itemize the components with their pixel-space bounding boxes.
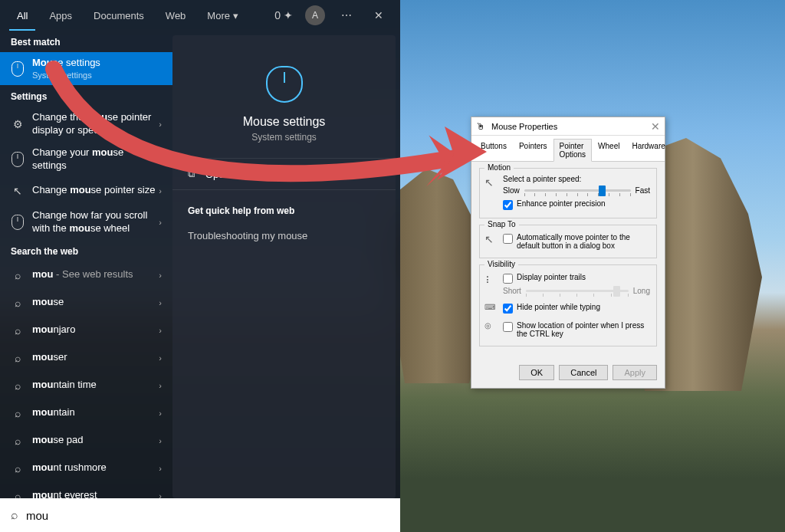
mouse-icon xyxy=(11,61,25,77)
cancel-button[interactable]: Cancel xyxy=(559,365,608,380)
search-web-header: Search the web xyxy=(0,240,172,261)
pointer-trails-checkbox[interactable] xyxy=(503,274,513,284)
visibility-group: Visibility ⫶ Display pointer trails Shor… xyxy=(479,264,657,346)
user-avatar[interactable]: A xyxy=(305,5,325,25)
settings-result[interactable]: Change how far you scroll with the mouse… xyxy=(0,205,172,240)
search-results-column: Best match Mouse settings System setting… xyxy=(0,31,172,498)
snap-to-label: Automatically move pointer to the defaul… xyxy=(517,233,650,250)
chevron-right-icon: › xyxy=(159,186,162,195)
fast-label: Fast xyxy=(636,186,650,195)
search-icon: ⌕ xyxy=(11,352,25,364)
mouse-icon xyxy=(266,66,303,103)
show-ctrl-checkbox[interactable] xyxy=(503,322,513,332)
cursor-icon: ↖ xyxy=(11,185,25,197)
tab-documents[interactable]: Documents xyxy=(83,0,155,31)
settings-result[interactable]: ↖ Change mouse pointer size › xyxy=(0,177,172,205)
web-result[interactable]: ⌕mounjaro› xyxy=(0,317,172,344)
visibility-legend: Visibility xyxy=(484,260,518,268)
search-icon: ⌕ xyxy=(11,508,18,522)
settings-icon: ⚙ xyxy=(11,118,25,130)
motion-group: Motion ↖ Select a pointer speed: Slow Fa… xyxy=(479,168,657,218)
search-input[interactable] xyxy=(26,509,389,522)
search-icon: ⌕ xyxy=(11,490,25,498)
tab-pointers[interactable]: Pointers xyxy=(513,139,553,161)
pointer-speed-slider[interactable] xyxy=(524,189,631,192)
help-header: Get quick help from web xyxy=(188,205,380,216)
cursor-icon: ↖ xyxy=(484,233,498,245)
chevron-right-icon: › xyxy=(159,218,162,227)
tab-apps[interactable]: Apps xyxy=(38,0,83,31)
trails-slider xyxy=(526,290,629,292)
tab-hardware[interactable]: Hardware xyxy=(626,139,671,161)
tab-pointer-options[interactable]: Pointer Options xyxy=(553,139,592,162)
web-result[interactable]: ⌕mount everest› xyxy=(0,482,172,498)
search-icon: ⌕ xyxy=(11,462,25,475)
settings-result[interactable]: ⚙ Change the mouse pointer display or sp… xyxy=(0,107,172,142)
cursor-icon: ↖ xyxy=(484,176,498,189)
best-match-header: Best match xyxy=(0,31,172,52)
mouse-icon xyxy=(11,152,25,167)
result-best-match[interactable]: Mouse settings System settings xyxy=(0,52,172,85)
web-result[interactable]: ⌕mountain time› xyxy=(0,372,172,399)
search-input-bar: ⌕ xyxy=(0,498,400,532)
web-result[interactable]: ⌕mount rushmore› xyxy=(0,455,172,482)
close-button[interactable]: ✕ xyxy=(651,120,660,133)
dialog-title: Mouse Properties xyxy=(491,122,651,131)
tab-wheel[interactable]: Wheel xyxy=(592,139,626,161)
enhance-precision-checkbox[interactable] xyxy=(503,200,513,210)
web-result[interactable]: ⌕mountain› xyxy=(0,399,172,427)
chevron-right-icon: › xyxy=(159,120,162,129)
ok-button[interactable]: OK xyxy=(519,365,554,380)
mouse-icon xyxy=(11,215,25,230)
enhance-precision-label: Enhance pointer precision xyxy=(517,199,606,208)
preview-subtitle: System settings xyxy=(188,132,380,143)
web-result[interactable]: ⌕mouse› xyxy=(0,289,172,317)
settings-header: Settings xyxy=(0,85,172,107)
hide-typing-label: Hide pointer while typing xyxy=(517,303,600,311)
tab-all[interactable]: All xyxy=(6,0,38,31)
close-button[interactable]: ✕ xyxy=(368,5,389,26)
settings-result[interactable]: Change your mouse settings › xyxy=(0,142,172,177)
snap-to-checkbox[interactable] xyxy=(503,234,513,244)
trails-icon: ⫶ xyxy=(484,273,498,285)
speed-label: Select a pointer speed: xyxy=(503,175,650,183)
search-icon: ⌕ xyxy=(11,297,25,309)
mouse-properties-dialog: 🖱 Mouse Properties ✕ Buttons Pointers Po… xyxy=(471,117,665,389)
start-search-panel: All Apps Documents Web More ▾ 0 ✦ A ⋯ ✕ … xyxy=(0,0,400,532)
snap-to-legend: Snap To xyxy=(484,220,519,228)
search-preview-pane: Mouse settings System settings ⧉ Open Ge… xyxy=(172,35,396,498)
help-link[interactable]: Troubleshooting my mouse xyxy=(188,225,380,246)
search-icon: ⌕ xyxy=(11,435,25,447)
mouse-icon: 🖱 xyxy=(476,121,487,132)
tab-buttons[interactable]: Buttons xyxy=(475,139,513,161)
chevron-right-icon: › xyxy=(159,155,162,164)
long-label: Long xyxy=(633,287,650,295)
tab-more[interactable]: More ▾ xyxy=(196,0,248,31)
search-icon: ⌕ xyxy=(11,407,25,419)
hide-typing-checkbox[interactable] xyxy=(503,304,513,314)
snap-to-group: Snap To ↖ Automatically move pointer to … xyxy=(479,225,657,258)
web-result[interactable]: ⌕mouser› xyxy=(0,344,172,372)
web-result[interactable]: ⌕mou - See web results› xyxy=(0,261,172,289)
more-options-button[interactable]: ⋯ xyxy=(336,5,357,26)
web-result[interactable]: ⌕mouse pad› xyxy=(0,427,172,455)
dialog-titlebar[interactable]: 🖱 Mouse Properties ✕ xyxy=(471,117,665,136)
open-action[interactable]: ⧉ Open xyxy=(172,158,396,189)
search-tabs-header: All Apps Documents Web More ▾ 0 ✦ A ⋯ ✕ xyxy=(0,0,400,31)
short-label: Short xyxy=(503,287,521,295)
rewards-button[interactable]: 0 ✦ xyxy=(273,5,294,26)
search-icon: ⌕ xyxy=(11,379,25,392)
tab-web[interactable]: Web xyxy=(155,0,197,31)
apply-button[interactable]: Apply xyxy=(613,365,657,380)
motion-legend: Motion xyxy=(484,163,514,172)
search-icon: ⌕ xyxy=(11,269,25,281)
dialog-tabs: Buttons Pointers Pointer Options Wheel H… xyxy=(471,136,665,162)
search-icon: ⌕ xyxy=(11,324,25,337)
preview-title: Mouse settings xyxy=(188,115,380,129)
pointer-trails-label: Display pointer trails xyxy=(517,273,586,281)
show-ctrl-label: Show location of pointer when I press th… xyxy=(517,321,650,338)
open-icon: ⧉ xyxy=(188,168,195,180)
slow-label: Slow xyxy=(503,186,520,195)
